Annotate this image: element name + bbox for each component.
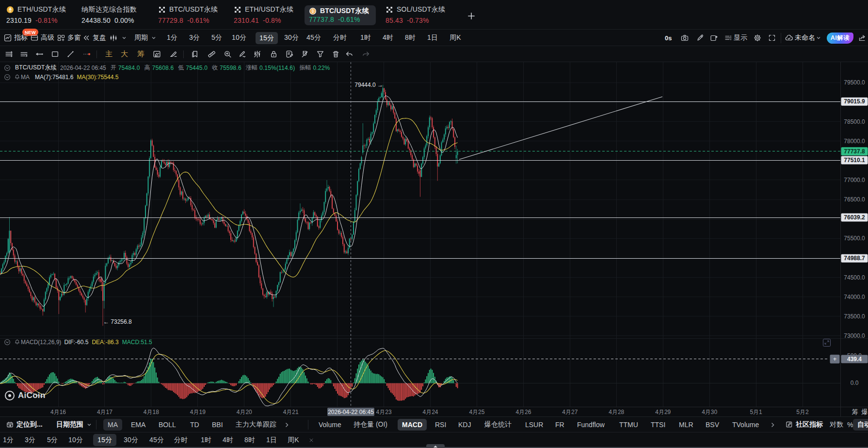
align-lines-icon[interactable] xyxy=(5,50,13,58)
toolbar-period-8时[interactable]: 8时 xyxy=(405,30,416,46)
camera-icon[interactable] xyxy=(681,30,689,46)
toolbar-period-分时[interactable]: 分时 xyxy=(333,30,347,46)
period-bar-周K[interactable]: 周K xyxy=(288,433,299,447)
toolbar-period-5分[interactable]: 5分 xyxy=(211,30,222,46)
signature-icon[interactable] xyxy=(239,50,247,58)
toolbar-period-周K[interactable]: 周K xyxy=(450,30,461,46)
toolbar-period-1日[interactable]: 1日 xyxy=(427,30,438,46)
redo-icon[interactable] xyxy=(362,50,370,58)
tab-eth-usdt[interactable]: ETH/USDT永续2310.19-0.81% xyxy=(6,4,66,26)
toolbar-period-1分[interactable]: 1分 xyxy=(167,30,177,46)
large-orders-button[interactable]: 大 xyxy=(121,50,128,59)
indicator-item-BSV[interactable]: BSV xyxy=(706,417,719,432)
cloud-check-icon[interactable] xyxy=(785,30,793,46)
chips-distribution-button[interactable]: 筹 xyxy=(852,408,858,415)
indicator-item-%[interactable]: % xyxy=(847,417,853,432)
period-bar-3分[interactable]: 3分 xyxy=(25,433,35,447)
segment-tool-icon[interactable] xyxy=(66,50,75,58)
toolbar-period-30分[interactable]: 30分 xyxy=(284,30,299,46)
trash-icon[interactable] xyxy=(332,50,340,58)
indicator-item-TTMU[interactable]: TTMU xyxy=(619,417,638,432)
toolbar-period-4时[interactable]: 4时 xyxy=(383,30,393,46)
period-bar-8时[interactable]: 8时 xyxy=(244,433,255,447)
ruler-icon[interactable] xyxy=(208,50,216,58)
hline-tool-icon[interactable] xyxy=(35,50,44,58)
toolbar-period-1时[interactable]: 1时 xyxy=(360,30,371,46)
window-plus-icon[interactable] xyxy=(710,30,718,46)
liquidation-button[interactable]: 爆 xyxy=(862,408,868,415)
funnel-icon[interactable] xyxy=(316,50,324,58)
main-chart-button[interactable]: 主 xyxy=(105,50,113,59)
indicator-item-主力大单跟踪[interactable]: 主力大单跟踪 xyxy=(236,417,276,432)
period-bar-1时[interactable]: 1时 xyxy=(201,433,211,447)
bell-icon[interactable] xyxy=(14,339,20,345)
toolbar-复盘[interactable]: 复盘 xyxy=(82,30,106,46)
list-icon[interactable] xyxy=(724,30,732,46)
toolbar-指标[interactable]: 指标 xyxy=(4,30,28,46)
toolbar-多窗[interactable]: 多窗 xyxy=(57,30,81,46)
pencil-icon[interactable] xyxy=(696,30,704,46)
period-bar-4时[interactable]: 4时 xyxy=(223,433,233,447)
collapse-circle-icon[interactable] xyxy=(4,339,11,346)
gear-icon[interactable] xyxy=(754,30,761,46)
indicator-item-›[interactable] xyxy=(285,417,289,432)
toolbar-period-10分[interactable]: 10分 xyxy=(232,30,246,46)
collapse-circle-icon[interactable] xyxy=(4,74,11,81)
fullscreen-icon[interactable] xyxy=(768,30,776,46)
zoom-in-icon[interactable] xyxy=(224,50,232,58)
rect-tool-icon[interactable] xyxy=(51,50,59,58)
indicator-item-MACD[interactable]: MACD xyxy=(398,419,427,431)
indicator-item-社区指标[interactable]: 社区指标 xyxy=(786,417,823,432)
period-bar-15分[interactable]: 15分 xyxy=(93,434,116,446)
indicator-item-KDJ[interactable]: KDJ xyxy=(458,417,471,432)
undo-icon[interactable] xyxy=(345,50,354,58)
ai-explain-button[interactable]: AI解读 xyxy=(827,33,853,44)
add-tab-button[interactable] xyxy=(467,12,476,20)
indicator-item-爆仓统计[interactable]: 爆仓统计 xyxy=(484,417,512,432)
tab-sol-usdt[interactable]: SOL/USDT永续85.43-0.73% xyxy=(386,4,445,26)
period-bar-45分[interactable]: 45分 xyxy=(149,433,164,447)
brush-off-icon[interactable] xyxy=(169,50,177,58)
indicator-item-对数[interactable]: 对数 xyxy=(830,417,843,432)
chevron-down-icon[interactable] xyxy=(814,30,821,46)
indicator-item-定位到...[interactable]: 定位到... xyxy=(6,417,43,432)
indicator-item-MLR[interactable]: MLR xyxy=(679,417,693,432)
indicator-item-›[interactable] xyxy=(771,417,774,432)
expand-panel-tab[interactable] xyxy=(426,444,445,448)
bookmark-icon[interactable] xyxy=(191,50,199,58)
bell-icon[interactable] xyxy=(14,74,20,80)
indicator-item-FR[interactable]: FR xyxy=(555,417,564,432)
period-bar-1日[interactable]: 1日 xyxy=(266,433,277,447)
collapse-circle-icon[interactable] xyxy=(4,65,11,71)
tab-eth-usdt-2[interactable]: ETH/USDT永续2310.41-0.8% xyxy=(234,4,293,26)
toolbar-period-15分[interactable]: 15分 xyxy=(256,32,278,44)
chart-area[interactable]: 4月164月174月184月194月204月214月234月244月254月26… xyxy=(0,62,868,416)
indicator-item-TTSI[interactable]: TTSI xyxy=(651,417,665,432)
period-bar-分时[interactable]: 分时 xyxy=(174,433,188,447)
tab-nasdaq[interactable]: 纳斯达克综合指数24438.500.00% xyxy=(81,4,137,26)
display-button[interactable]: 显示 xyxy=(734,30,747,46)
magnet-icon[interactable] xyxy=(301,50,309,58)
period-bar-5分[interactable]: 5分 xyxy=(47,433,58,447)
toolbar-周期[interactable]: 周期 xyxy=(134,30,156,46)
candles-hide-icon[interactable] xyxy=(253,50,261,58)
chips-button[interactable]: 筹 xyxy=(137,50,145,59)
layout-name[interactable]: 未命名 xyxy=(795,30,815,46)
indicator-item-日期范围[interactable]: 日期范围 xyxy=(56,417,92,432)
close-period-bar-icon[interactable] xyxy=(308,433,314,447)
tab-btc-usdt-1[interactable]: BTC/USDT永续77729.8-0.61% xyxy=(158,4,218,26)
indicator-item-BBI[interactable]: BBI xyxy=(212,417,223,432)
indicator-item-MA[interactable]: MA xyxy=(103,419,122,431)
indicator-item-自动[interactable]: 自动 xyxy=(853,419,868,431)
trend-lines-icon[interactable] xyxy=(20,50,28,58)
tab-btc-usdt-active[interactable]: BTC/USDT永续77737.8-0.61% xyxy=(305,5,376,25)
indicator-item-Fundflow[interactable]: Fundflow xyxy=(577,417,605,432)
toolbar-candle-style[interactable] xyxy=(110,30,127,46)
indicator-item-持仓量 (OI)[interactable]: 持仓量 (OI) xyxy=(354,417,387,432)
toolbar-高级[interactable]: 高级 xyxy=(31,30,54,46)
note-edit-icon[interactable] xyxy=(285,50,293,58)
indicator-item-TVolume[interactable]: TVolume xyxy=(732,417,759,432)
toolbar-period-3分[interactable]: 3分 xyxy=(189,30,200,46)
indicator-item-BOLL[interactable]: BOLL xyxy=(159,417,176,432)
candlestick-chart[interactable]: 4月164月174月184月194月204月214月234月244月254月26… xyxy=(0,62,868,416)
